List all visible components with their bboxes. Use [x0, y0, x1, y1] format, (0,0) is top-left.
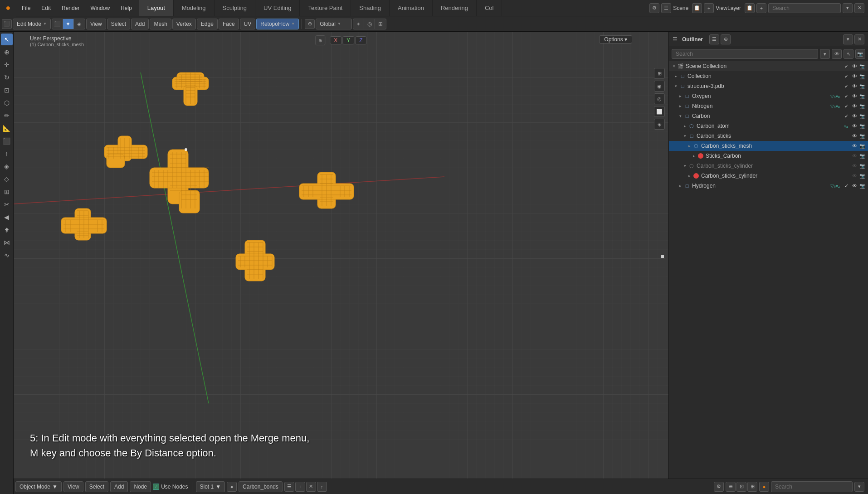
nit-cam[interactable]: 📷 — [859, 102, 866, 110]
tool-shear[interactable]: ⧪ — [1, 224, 13, 236]
bottom-mat-btn-4[interactable]: ↑ — [317, 482, 327, 492]
tool-transform[interactable]: ⬡ — [1, 97, 13, 109]
vp-ctrl-xray[interactable]: ◎ — [654, 93, 665, 104]
tool-cursor[interactable]: ⊕ — [1, 46, 13, 58]
menu-help[interactable]: Help — [115, 0, 137, 16]
outliner-row-sticks-carbon[interactable]: ▸ Sticks_Carbon 👁 📷 — [669, 151, 868, 161]
str-eye[interactable]: 👁 — [851, 82, 858, 90]
csm-eye[interactable]: 👁 — [851, 142, 858, 150]
csc-c-expand[interactable]: ▸ — [686, 174, 692, 178]
sc-eye[interactable]: 👁 — [851, 152, 858, 160]
bottom-node[interactable]: Node — [130, 481, 151, 492]
tab-animation[interactable]: Animation — [390, 0, 433, 16]
csm-cam[interactable]: 📷 — [859, 142, 866, 150]
csc-p-cam[interactable]: 📷 — [859, 162, 866, 170]
outliner-row-csc-child[interactable]: ▸ Carbon_sticks_cylinder 👁 📷 — [669, 171, 868, 181]
outliner-row-csc-parent[interactable]: ▾ ⬡ Carbon_sticks_cylinder 👁 📷 — [669, 161, 868, 171]
catom-cam[interactable]: 📷 — [859, 122, 866, 130]
bottom-mode-dropdown[interactable]: Object Mode ▼ — [15, 481, 62, 492]
mode-dropdown[interactable]: Edit Mode ▼ — [13, 19, 51, 29]
tool-add-cube[interactable]: ⬛ — [1, 135, 13, 147]
carbon-expand[interactable]: ▾ — [677, 114, 683, 118]
car-checkbox[interactable]: ✓ — [843, 112, 850, 120]
toolbar-view[interactable]: View — [86, 19, 106, 29]
car-cam[interactable]: 📷 — [859, 112, 866, 120]
tab-col[interactable]: Col — [477, 0, 502, 16]
toolbar-select[interactable]: Select — [107, 19, 130, 29]
tool-extrude[interactable]: ↑ — [1, 148, 13, 160]
csm-expand[interactable]: ▸ — [686, 144, 692, 148]
str-cam[interactable]: 📷 — [859, 82, 866, 90]
toolbar-icon-obj[interactable]: ⬛ — [52, 19, 63, 29]
bottom-sphere-icon[interactable]: ● — [227, 482, 237, 492]
outliner-row-collection[interactable]: ▸ □ Collection ✓ 👁 📷 — [669, 71, 868, 81]
outliner-search-filter[interactable]: ▾ — [820, 49, 830, 59]
outliner-row-nitrogen[interactable]: ▸ □ Nitrogen ▽₅▾₂ ✓ 👁 📷 — [669, 101, 868, 111]
col-cam[interactable]: 📷 — [859, 73, 866, 80]
transform-dropdown[interactable]: Global ▼ — [316, 19, 352, 29]
csc-p-eye[interactable]: 👁 — [851, 162, 858, 170]
tool-rotate[interactable]: ↻ — [1, 72, 13, 83]
menu-window[interactable]: Window — [85, 0, 115, 16]
top-icon-x[interactable]: ✕ — [854, 3, 864, 13]
bottom-mat-btn-2[interactable]: + — [295, 482, 305, 492]
bottom-filter-icon[interactable]: ▾ — [854, 482, 864, 492]
toolbar-face[interactable]: Face — [219, 19, 239, 29]
toolbar-mode-icon[interactable]: ⬛ — [2, 19, 12, 29]
vp-ctrl-grid[interactable]: ⊞ — [654, 68, 665, 79]
str-checkbox[interactable]: ✓ — [843, 82, 850, 90]
toolbar-icon-vert[interactable]: ✦ — [63, 19, 74, 29]
outliner-search-input[interactable] — [672, 49, 818, 59]
toolbar-edge[interactable]: Edge — [197, 19, 218, 29]
collection-expand[interactable]: ▸ — [673, 74, 679, 78]
outliner-row-structure[interactable]: ▾ □ structure-3.pdb ✓ 👁 📷 — [669, 81, 868, 91]
toolbar-vertex[interactable]: Vertex — [172, 19, 196, 29]
tool-select[interactable]: ↖ — [1, 34, 13, 45]
outliner-row-carbon-sticks-mesh[interactable]: ▸ ⬡ Carbon_sticks_mesh 👁 📷 — [669, 141, 868, 151]
outliner-eye-filter[interactable]: 👁 — [832, 49, 842, 59]
tab-texture-paint[interactable]: Texture Paint — [300, 0, 351, 16]
vp-ctrl-rendered[interactable]: ◈ — [654, 119, 665, 130]
csc-p-expand[interactable]: ▾ — [682, 164, 688, 168]
slot-dropdown[interactable]: Slot 1 ▼ — [196, 481, 225, 492]
bottom-icon-engine[interactable]: ⚙ — [714, 482, 724, 492]
viewport-options-btn[interactable]: Options ▾ — [599, 35, 632, 44]
top-search-input[interactable] — [768, 3, 841, 13]
toolbar-uv[interactable]: UV — [240, 19, 256, 29]
cstick-cam[interactable]: 📷 — [859, 132, 866, 140]
cstick-eye[interactable]: 👁 — [851, 132, 858, 140]
scene-cam[interactable]: 📷 — [859, 63, 866, 70]
retopo-dropdown[interactable]: RetopoFlow ▼ — [256, 19, 299, 29]
scene-expand[interactable]: ▾ — [671, 64, 677, 68]
outliner-cam-filter[interactable]: 📷 — [855, 49, 865, 59]
toolbar-mesh[interactable]: Mesh — [150, 19, 171, 29]
x-axis-btn[interactable]: X — [330, 36, 341, 44]
bottom-btn-1[interactable]: ⊕ — [726, 482, 736, 492]
outliner-select-filter[interactable]: ↖ — [844, 49, 853, 59]
tab-uv-editing[interactable]: UV Editing — [255, 0, 300, 16]
oxy-checkbox[interactable]: ✓ — [843, 92, 850, 100]
bottom-mat-btn-1[interactable]: ☰ — [284, 482, 294, 492]
tool-inset[interactable]: ◈ — [1, 160, 13, 172]
tool-bevel[interactable]: ◇ — [1, 173, 13, 185]
bottom-search-input[interactable] — [771, 481, 853, 492]
toolbar-grid-icon[interactable]: ⊞ — [375, 19, 386, 29]
tool-scale[interactable]: ⊡ — [1, 84, 13, 96]
carbon-atom-expand[interactable]: ▸ — [682, 124, 688, 128]
oxy-cam[interactable]: 📷 — [859, 92, 866, 100]
top-icon-1[interactable]: ⚙ — [649, 3, 659, 13]
outliner-btn-1[interactable]: ☰ — [709, 34, 719, 44]
csc-c-eye[interactable]: 👁 — [851, 172, 858, 179]
top-icon-vl[interactable]: 📋 — [745, 3, 755, 13]
vp-ctrl-overlay[interactable]: ◉ — [654, 81, 665, 92]
top-icon-2[interactable]: ☰ — [661, 3, 671, 13]
bottom-select[interactable]: Select — [85, 481, 108, 492]
toolbar-add[interactable]: Add — [131, 19, 149, 29]
toolbar-icon-edge[interactable]: ◈ — [74, 19, 85, 29]
car-eye[interactable]: 👁 — [851, 112, 858, 120]
hyd-cam[interactable]: 📷 — [859, 182, 866, 189]
menu-render[interactable]: Render — [56, 0, 85, 16]
tool-smooth[interactable]: ∿ — [1, 249, 13, 261]
bottom-mat-btn-3[interactable]: ✕ — [306, 482, 316, 492]
top-filter-icon[interactable]: ▾ — [843, 3, 853, 13]
